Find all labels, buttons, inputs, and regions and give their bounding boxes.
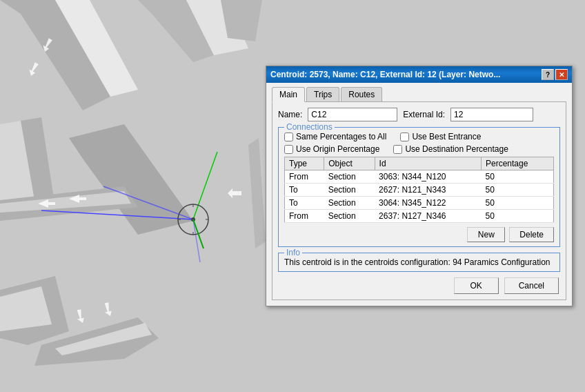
best-entrance-label: Use Best Entrance [412, 132, 481, 141]
checkbox-row-1: Same Percentages to All Use Best Entranc… [284, 132, 554, 141]
info-group: Info This centroid is in the centroids c… [278, 253, 560, 272]
info-text: This centroid is in the centroids config… [284, 257, 554, 267]
col-type: Type [285, 157, 324, 170]
extid-input[interactable] [450, 108, 533, 121]
name-label: Name: [278, 110, 302, 119]
cancel-button[interactable]: Cancel [504, 277, 559, 294]
ok-button[interactable]: OK [454, 277, 499, 294]
connections-table: Type Object Id Percentage FromSection306… [284, 157, 554, 223]
origin-pct-label: Use Origin Percentage [296, 144, 379, 154]
origin-pct-checkbox[interactable] [284, 145, 293, 154]
tab-main[interactable]: Main [272, 87, 305, 102]
table-row[interactable]: FromSection2637: N127_N34650 [285, 210, 554, 223]
same-pct-label: Same Percentages to All [296, 132, 386, 141]
title-bar: Centroid: 2573, Name: C12, External Id: … [266, 66, 572, 83]
dest-pct-label: Use Destination Percentage [405, 144, 508, 154]
col-percentage: Percentage [482, 157, 554, 170]
dialog-body: Main Trips Routes Name: External Id: Con… [266, 83, 572, 306]
tabs: Main Trips Routes [272, 87, 566, 102]
tab-trips[interactable]: Trips [306, 87, 339, 102]
dialog-title: Centroid: 2573, Name: C12, External Id: … [270, 70, 500, 79]
name-input[interactable] [308, 108, 397, 121]
delete-button[interactable]: Delete [509, 227, 554, 242]
origin-pct-item: Use Origin Percentage [284, 144, 379, 154]
help-button[interactable]: ? [542, 69, 554, 80]
connections-legend: Connections [284, 122, 335, 132]
tab-content-main: Name: External Id: Connections Same Perc… [272, 101, 566, 300]
checkbox-row-2: Use Origin Percentage Use Destination Pe… [284, 144, 554, 154]
connections-group: Connections Same Percentages to All Use … [278, 127, 560, 247]
best-entrance-item: Use Best Entrance [400, 132, 481, 141]
col-id: Id [375, 157, 481, 170]
dialog: Centroid: 2573, Name: C12, External Id: … [266, 66, 573, 306]
extid-label: External Id: [403, 110, 445, 119]
tab-routes[interactable]: Routes [341, 87, 382, 102]
title-bar-buttons: ? ✕ [542, 69, 568, 80]
connections-table-body: FromSection3063: N344_N12050ToSection262… [285, 170, 554, 223]
same-pct-item: Same Percentages to All [284, 132, 386, 141]
new-button[interactable]: New [467, 227, 505, 242]
table-row[interactable]: FromSection3063: N344_N12050 [285, 170, 554, 184]
info-legend: Info [284, 248, 302, 257]
bottom-buttons: OK Cancel [278, 277, 560, 294]
table-row[interactable]: ToSection3064: N345_N12250 [285, 197, 554, 210]
same-pct-checkbox[interactable] [284, 133, 293, 141]
best-entrance-checkbox[interactable] [400, 133, 409, 141]
col-object: Object [324, 157, 375, 170]
name-extid-row: Name: External Id: [278, 108, 560, 121]
dest-pct-item: Use Destination Percentage [393, 144, 508, 154]
table-row[interactable]: ToSection2627: N121_N34350 [285, 184, 554, 197]
dest-pct-checkbox[interactable] [393, 145, 402, 154]
close-button[interactable]: ✕ [555, 69, 568, 80]
table-buttons: New Delete [284, 227, 554, 242]
